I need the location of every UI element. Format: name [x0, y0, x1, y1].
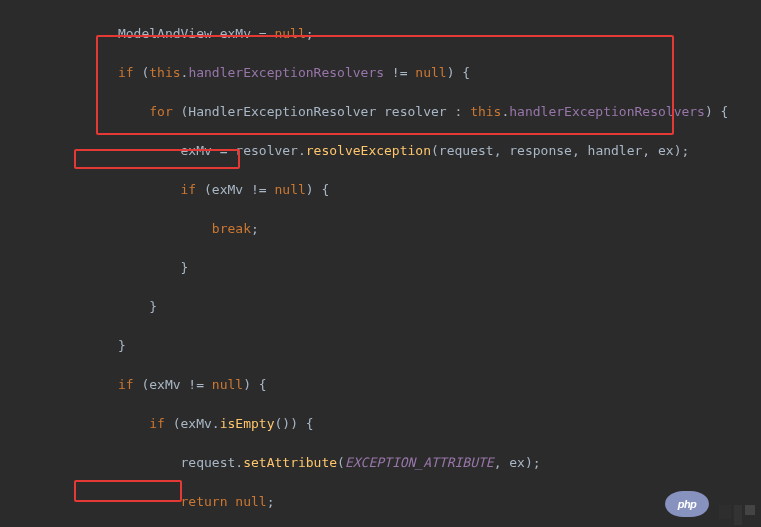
code-line: exMv = resolver.resolveException(request…: [24, 141, 761, 161]
php-logo-badge: php: [665, 491, 709, 517]
code-line: request.setAttribute(EXCEPTION_ATTRIBUTE…: [24, 453, 761, 473]
pixel-artifact: [719, 505, 755, 525]
code-line: if (exMv != null) {: [24, 180, 761, 200]
code-line: for (HandlerExceptionResolver resolver :…: [24, 102, 761, 122]
code-line: break;: [24, 219, 761, 239]
code-line: return null;: [24, 492, 761, 512]
code-line: if (this.handlerExceptionResolvers != nu…: [24, 63, 761, 83]
code-line: }: [24, 258, 761, 278]
php-logo-text: php: [678, 496, 697, 513]
code-line: }: [24, 336, 761, 356]
code-line: if (exMv.isEmpty()) {: [24, 414, 761, 434]
code-line: ModelAndView exMv = null;: [24, 24, 761, 44]
code-editor[interactable]: ModelAndView exMv = null; if (this.handl…: [0, 4, 761, 527]
code-line: }: [24, 297, 761, 317]
code-line: if (exMv != null) {: [24, 375, 761, 395]
